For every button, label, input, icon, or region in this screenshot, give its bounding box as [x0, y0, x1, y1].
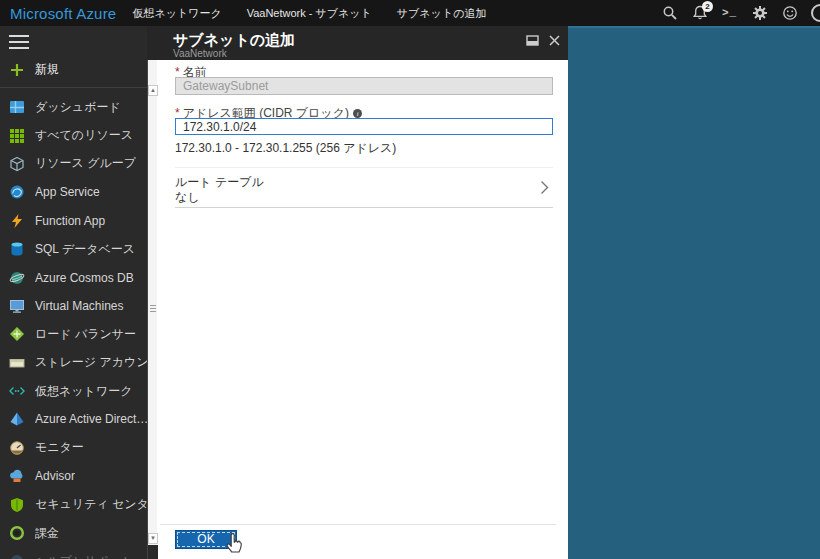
sidebar-item-storage-accounts[interactable]: ストレージ アカウント: [0, 349, 147, 377]
settings-gear-icon[interactable]: [751, 5, 768, 22]
dashboard-icon: [9, 99, 25, 115]
sidebar-item-virtual-networks[interactable]: 仮想ネットワーク: [0, 377, 147, 405]
azure-logo[interactable]: Microsoft Azure: [10, 5, 116, 22]
virtual-network-icon: [9, 383, 25, 399]
maximize-icon[interactable]: [526, 34, 539, 47]
storage-account-icon: [9, 355, 25, 371]
sidebar-item-advisor[interactable]: Advisor: [0, 462, 147, 490]
topbar-icons: 2 >_: [661, 0, 820, 26]
resource-groups-icon: [9, 156, 25, 172]
blade-header: サブネットの追加 VaaNetwork: [147, 26, 568, 60]
sidebar-item-dashboard[interactable]: ダッシュボード: [0, 93, 147, 121]
breadcrumb: 仮想ネットワーク VaaNetwork - サブネット サブネットの追加: [132, 6, 486, 21]
sql-database-icon: [9, 241, 25, 257]
sidebar-item-resource-groups[interactable]: リソース グループ: [0, 150, 147, 178]
address-range-helper: 172.30.1.0 - 172.30.1.255 (256 アドレス): [175, 140, 396, 157]
footer-divider: [160, 524, 556, 525]
virtual-machines-icon: [9, 298, 25, 314]
blade-body: *名前 *アドレス範囲 (CIDR ブロック)i 172.30.1.0 - 17…: [147, 60, 568, 559]
plus-icon: [9, 62, 25, 78]
sidebar-item-all-resources[interactable]: すべてのリソース: [0, 121, 147, 149]
hamburger-menu-icon[interactable]: [9, 35, 29, 49]
route-table-selector[interactable]: ルート テーブル なし: [175, 167, 553, 208]
function-app-icon: [9, 213, 25, 229]
sidebar-item-app-service[interactable]: App Service: [0, 178, 147, 206]
scrollbar-down-arrow[interactable]: ▼: [148, 533, 158, 544]
topbar: Microsoft Azure 仮想ネットワーク VaaNetwork - サブ…: [0, 0, 820, 26]
load-balancer-icon: [9, 326, 25, 342]
address-range-input[interactable]: [175, 118, 553, 135]
sidebar-item-function-app[interactable]: Function App: [0, 207, 147, 235]
monitor-icon: [9, 440, 25, 456]
scrollbar-thumb[interactable]: [149, 303, 157, 315]
sidebar-nav: ダッシュボード すべてのリソース リソース グループ App Service F…: [0, 88, 147, 559]
azure-portal: Microsoft Azure 仮想ネットワーク VaaNetwork - サブ…: [0, 0, 820, 559]
sidebar-item-label: 新規: [35, 61, 59, 78]
scrollbar-footer: [148, 545, 158, 559]
breadcrumb-vaanetwork-subnets[interactable]: VaaNetwork - サブネット: [247, 6, 372, 21]
breadcrumb-virtual-networks[interactable]: 仮想ネットワーク: [132, 6, 221, 21]
cloud-shell-icon[interactable]: >_: [721, 5, 738, 22]
all-resources-icon: [9, 128, 25, 144]
feedback-smiley-icon[interactable]: [781, 5, 798, 22]
sidebar-item-azure-active-directory[interactable]: Azure Active Direct…: [0, 405, 147, 433]
sidebar-item-help-support[interactable]: ヘルプとサポート: [0, 547, 147, 559]
app-service-icon: [9, 184, 25, 200]
svg-text:i: i: [357, 110, 359, 117]
azure-ad-icon: [9, 411, 25, 427]
search-icon[interactable]: [661, 5, 678, 22]
sidebar-item-monitor[interactable]: モニター: [0, 434, 147, 462]
advisor-icon: [9, 468, 25, 484]
sidebar-item-cosmos-db[interactable]: Azure Cosmos DB: [0, 263, 147, 291]
security-center-icon: [9, 497, 25, 513]
sidebar-item-security-center[interactable]: セキュリティ センター: [0, 490, 147, 518]
chevron-right-icon: [540, 180, 549, 199]
sidebar-item-load-balancers[interactable]: ロード バランサー: [0, 320, 147, 348]
billing-icon: [9, 525, 25, 541]
ok-button[interactable]: OK: [175, 530, 237, 549]
add-subnet-blade: サブネットの追加 VaaNetwork *名前 *アドレス範囲 (CIDR ブロ…: [147, 26, 568, 559]
cosmos-db-icon: [9, 270, 25, 286]
help-icon: [9, 553, 25, 559]
notification-count-badge: 2: [702, 1, 713, 12]
sidebar: 新規 ダッシュボード すべてのリソース リソース グループ App Servic…: [0, 26, 147, 559]
sidebar-item-virtual-machines[interactable]: Virtual Machines: [0, 292, 147, 320]
parent-blade-scrollbar: ▲ ▼: [147, 60, 157, 559]
sidebar-item-new[interactable]: 新規: [0, 57, 147, 82]
blade-subtitle: VaaNetwork: [173, 48, 227, 59]
notifications-bell-icon[interactable]: 2: [691, 5, 708, 22]
close-icon[interactable]: [548, 34, 561, 47]
subnet-name-input: [175, 77, 553, 95]
breadcrumb-add-subnet[interactable]: サブネットの追加: [397, 6, 487, 21]
sidebar-item-sql-databases[interactable]: SQL データベース: [0, 235, 147, 263]
route-table-value: なし: [175, 189, 200, 206]
scrollbar-up-arrow[interactable]: ▲: [148, 85, 158, 96]
dashboard-background: [568, 26, 820, 559]
account-avatar-icon[interactable]: [811, 4, 820, 22]
sidebar-item-billing[interactable]: 課金: [0, 519, 147, 547]
